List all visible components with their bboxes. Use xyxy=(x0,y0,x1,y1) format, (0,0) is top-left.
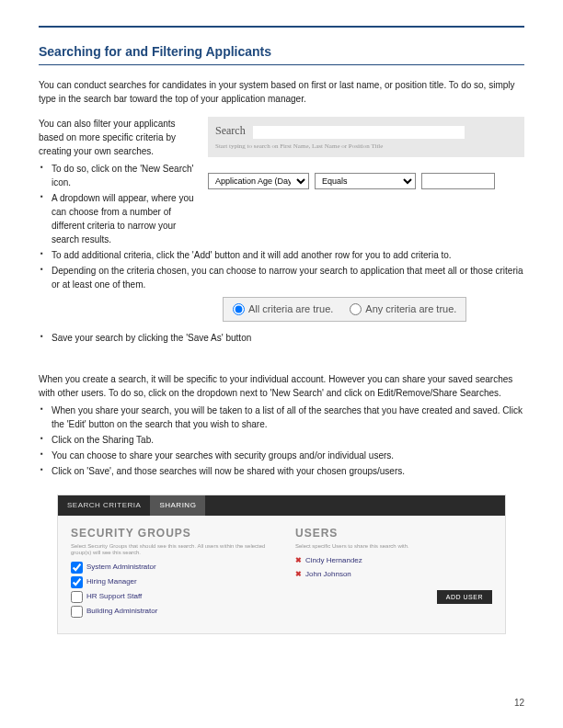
security-group-item[interactable]: Hiring Manager xyxy=(71,576,268,588)
list-item: To add additional criteria, click the 'A… xyxy=(39,248,524,262)
criteria-row: Application Age (Days) Equals xyxy=(208,173,524,189)
radio-any-criteria[interactable]: Any criteria are true. xyxy=(350,301,456,317)
users-column: USERS Select specific Users to share thi… xyxy=(295,525,492,620)
search-input[interactable] xyxy=(253,126,465,139)
radio-any-label: Any criteria are true. xyxy=(365,301,456,317)
radio-any-input[interactable] xyxy=(350,303,362,315)
tab-sharing[interactable]: SHARING xyxy=(150,495,205,516)
search-hint: Start typing to search on First Name, La… xyxy=(215,142,517,152)
page-number: 12 xyxy=(514,696,524,710)
criteria-operator-select[interactable]: Equals xyxy=(315,173,416,189)
list-item: When you share your search, you will be … xyxy=(39,404,524,431)
security-groups-sub: Select Security Groups that should see t… xyxy=(71,543,268,556)
add-user-button[interactable]: ADD USER xyxy=(437,590,492,604)
checkbox[interactable] xyxy=(71,576,83,588)
security-group-item[interactable]: System Administrator xyxy=(71,562,268,574)
top-rule xyxy=(39,26,524,28)
bullet-list-3: Save your search by clicking the 'Save A… xyxy=(39,331,524,345)
remove-user-icon[interactable]: ✖ xyxy=(295,555,302,566)
radio-all-input[interactable] xyxy=(233,303,245,315)
security-group-item[interactable]: Building Administrator xyxy=(71,606,268,618)
section-heading: Searching for and Filtering Applicants xyxy=(39,42,524,65)
list-item: A dropdown will appear, where you can ch… xyxy=(39,191,195,246)
checkbox[interactable] xyxy=(71,562,83,574)
list-item: Click on the Sharing Tab. xyxy=(39,433,524,447)
bullet-list-2: To add additional criteria, click the 'A… xyxy=(39,248,524,291)
filter-intro-text: You can also filter your applicants base… xyxy=(39,117,195,158)
criteria-value-input[interactable] xyxy=(421,173,495,189)
list-item: Depending on the criteria chosen, you ca… xyxy=(39,264,524,291)
security-groups-column: SECURITY GROUPS Select Security Groups t… xyxy=(71,525,268,620)
users-title: USERS xyxy=(295,525,492,541)
search-label: Search xyxy=(215,122,246,139)
bullet-list-1: To do so, click on the 'New Search' icon… xyxy=(39,162,195,246)
criteria-field-select[interactable]: Application Age (Days) xyxy=(208,173,309,189)
list-item: To do so, click on the 'New Search' icon… xyxy=(39,162,195,189)
list-item: Click on 'Save', and those searches will… xyxy=(39,464,524,478)
list-item: Save your search by clicking the 'Save A… xyxy=(39,331,524,345)
remove-user-icon[interactable]: ✖ xyxy=(295,569,302,580)
sharing-panel: SEARCH CRITERIA SHARING SECURITY GROUPS … xyxy=(57,495,506,634)
checkbox[interactable] xyxy=(71,591,83,603)
user-item: ✖Cindy Hernandez xyxy=(295,555,492,566)
criteria-radio-group: All criteria are true. Any criteria are … xyxy=(223,297,466,322)
sharing-tabs: SEARCH CRITERIA SHARING xyxy=(58,495,505,516)
checkbox[interactable] xyxy=(71,606,83,618)
users-sub: Select specific Users to share this sear… xyxy=(295,543,492,550)
user-item: ✖John Johnson xyxy=(295,569,492,580)
list-item: You can choose to share your searches wi… xyxy=(39,449,524,462)
search-widget: Search Start typing to search on First N… xyxy=(208,117,524,157)
intro-paragraph: You can conduct searches for candidates … xyxy=(39,78,524,106)
share-bullet-list: When you share your search, you will be … xyxy=(39,404,524,478)
radio-all-label: All criteria are true. xyxy=(248,301,333,317)
security-group-item[interactable]: HR Support Staff xyxy=(71,591,268,603)
security-groups-title: SECURITY GROUPS xyxy=(71,525,268,541)
share-intro-paragraph: When you create a search, it will be spe… xyxy=(39,372,524,400)
tab-search-criteria[interactable]: SEARCH CRITERIA xyxy=(58,495,150,516)
radio-all-criteria[interactable]: All criteria are true. xyxy=(233,301,333,317)
